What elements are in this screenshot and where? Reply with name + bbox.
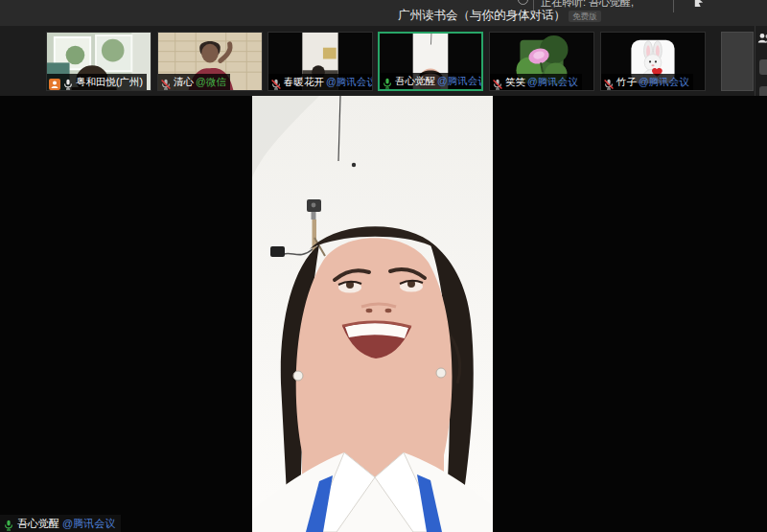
participant-name: 清心 bbox=[174, 76, 194, 89]
mic-muted-icon bbox=[270, 77, 282, 88]
mic-muted-icon bbox=[160, 77, 172, 88]
mic-speaking-icon bbox=[382, 76, 393, 87]
main-stage: 吾心觉醒@腾讯会议 bbox=[0, 96, 767, 532]
participant-thumbnail-partial[interactable] bbox=[721, 32, 754, 91]
topbar-divider bbox=[673, 0, 674, 12]
name-plate: 吾心觉醒@腾讯会议 bbox=[380, 73, 481, 89]
participant-thumbnail-6[interactable]: 竹子@腾讯会议 bbox=[600, 32, 706, 91]
name-plate: 清心@微信 bbox=[158, 74, 230, 90]
participant-name: 粤和田悦(广州) bbox=[76, 76, 143, 89]
participant-suffix: @腾讯会议 bbox=[639, 76, 689, 89]
side-rail-button-1[interactable] bbox=[759, 59, 767, 75]
participants-icon[interactable] bbox=[757, 32, 767, 49]
participant-thumbnail-2[interactable]: 清心@微信 bbox=[157, 32, 263, 91]
audio-listening-icon bbox=[518, 0, 528, 5]
name-plate: 粤和田悦(广州) bbox=[47, 74, 147, 90]
participant-suffix: @腾讯会议 bbox=[437, 75, 481, 88]
main-speaker-label: 吾心觉醒@腾讯会议 bbox=[0, 515, 121, 532]
top-bar: 正在聆听: 吾心觉醒, 广州读书会（与你的身体对话） 免费版 bbox=[0, 0, 767, 26]
participant-thumbnail-5[interactable]: 笑笑@腾讯会议 bbox=[489, 32, 594, 91]
participant-suffix: @微信 bbox=[196, 76, 226, 89]
meeting-title: 广州读书会（与你的身体对话） bbox=[398, 8, 566, 24]
main-speaker-name: 吾心觉醒 bbox=[17, 517, 59, 531]
pointer-icon bbox=[692, 0, 705, 12]
mic-muted-icon bbox=[603, 77, 615, 88]
participant-name: 春暖花开 bbox=[284, 76, 324, 89]
mic-speaking-icon bbox=[3, 518, 14, 529]
main-speaker-video[interactable] bbox=[252, 96, 493, 532]
participant-thumbnail-3[interactable]: 春暖花开@腾讯会议 bbox=[267, 32, 373, 91]
name-plate: 竹子@腾讯会议 bbox=[601, 74, 693, 90]
participant-name: 竹子 bbox=[616, 76, 637, 89]
participant-name: 笑笑 bbox=[505, 76, 525, 89]
name-plate: 笑笑@腾讯会议 bbox=[490, 74, 582, 90]
mic-on-icon bbox=[62, 77, 74, 88]
main-video-scene bbox=[252, 96, 493, 532]
main-speaker-suffix: @腾讯会议 bbox=[62, 517, 115, 531]
name-plate: 春暖花开@腾讯会议 bbox=[268, 74, 372, 90]
mic-muted-icon bbox=[492, 77, 503, 88]
participant-filmstrip: 粤和田悦(广州) 清心@ bbox=[0, 26, 767, 96]
participant-suffix: @腾讯会议 bbox=[527, 76, 578, 89]
participant-name: 吾心觉醒 bbox=[395, 75, 435, 88]
free-version-badge: 免费版 bbox=[569, 11, 601, 22]
participant-suffix: @腾讯会议 bbox=[326, 76, 372, 89]
participant-thumbnail-1[interactable]: 粤和田悦(广州) bbox=[46, 32, 151, 91]
host-icon bbox=[49, 77, 60, 88]
meeting-window: 正在聆听: 吾心觉醒, 广州读书会（与你的身体对话） 免费版 bbox=[0, 0, 767, 532]
participant-thumbnail-4-active[interactable]: 吾心觉醒@腾讯会议 bbox=[378, 32, 483, 91]
